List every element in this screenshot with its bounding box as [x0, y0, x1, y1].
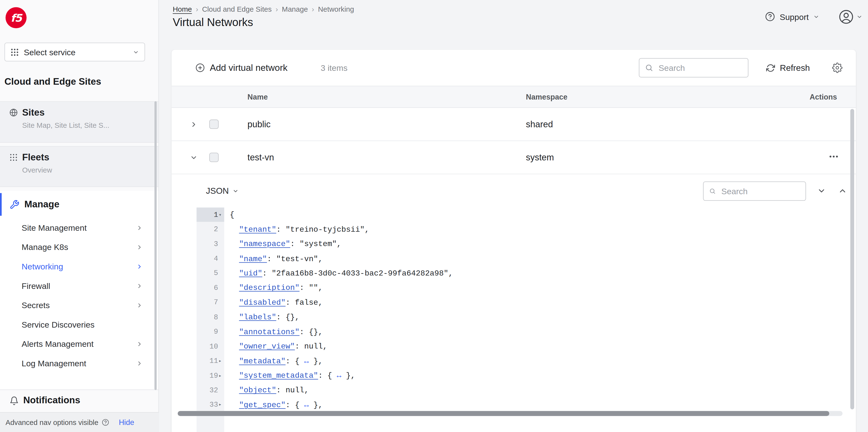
line-number: 4: [196, 252, 224, 266]
sidebar-item-notifications[interactable]: Notifications: [0, 390, 158, 411]
fleets-icon: [9, 153, 18, 162]
code-line: 7 "disabled": false,: [196, 295, 842, 310]
column-namespace[interactable]: Namespace: [526, 93, 789, 101]
hide-link[interactable]: Hide: [119, 418, 134, 426]
table-row-public[interactable]: public shared: [172, 108, 856, 141]
support-label: Support: [780, 12, 809, 22]
code-line: 33▸ "get_spec": { ↔ },: [196, 398, 842, 412]
sidebar-item-fleets[interactable]: Fleets Overview: [0, 146, 158, 187]
line-number[interactable]: 19▸: [196, 368, 224, 383]
sidebar-item-site-management[interactable]: Site Management: [0, 218, 158, 237]
expand-all-button[interactable]: [838, 187, 847, 195]
plus-circle-icon: [195, 63, 205, 72]
row-detail-panel: JSON 1▾{2 "tenant: [172, 174, 856, 432]
table-row-test-vn[interactable]: test-vn system: [172, 141, 856, 174]
code-text: "get_spec": { ↔ },: [224, 400, 323, 409]
json-viewer: 1▾{2 "tenant": "treino-tyjcbsii",3 "name…: [196, 207, 842, 432]
account-menu[interactable]: [839, 9, 863, 24]
code-text: "name": "test-vn",: [224, 254, 323, 263]
fold-closed-icon[interactable]: ▸: [219, 373, 224, 379]
json-panel-header: JSON: [172, 174, 856, 207]
sidebar-item-manage[interactable]: Manage: [0, 191, 158, 218]
cell-namespace: system: [526, 152, 789, 162]
refresh-button[interactable]: Refresh: [766, 63, 810, 73]
sidebar-item-alerts-management[interactable]: Alerts Management: [0, 334, 158, 354]
collapse-all-button[interactable]: [817, 187, 826, 195]
more-horizontal-icon: [828, 151, 839, 162]
column-actions: Actions: [810, 93, 856, 101]
chevron-right-icon: [136, 224, 143, 231]
help-circle-icon: [765, 12, 775, 22]
search-icon: [709, 187, 716, 195]
fold-open-icon[interactable]: ▾: [219, 212, 224, 218]
view-mode-label: JSON: [206, 186, 229, 196]
cell-namespace: shared: [526, 119, 789, 129]
view-mode-dropdown[interactable]: JSON: [206, 186, 239, 196]
search-input[interactable]: [658, 63, 737, 73]
fold-closed-icon[interactable]: ▸: [219, 358, 224, 364]
expand-row-button[interactable]: [190, 120, 198, 128]
line-number[interactable]: 33▸: [196, 398, 224, 412]
line-number: 8: [196, 310, 224, 325]
row-actions-button[interactable]: [828, 151, 839, 162]
cell-name: test-vn: [247, 152, 526, 162]
breadcrumb-separator: ›: [312, 5, 314, 13]
sidebar-item-networking[interactable]: Networking: [0, 257, 158, 276]
breadcrumb-home[interactable]: Home: [173, 5, 192, 13]
json-search-input[interactable]: [720, 186, 800, 196]
sidebar-item-manage-k8s[interactable]: Manage K8s: [0, 237, 158, 257]
search-icon: [645, 64, 653, 72]
chevron-down-icon: [133, 49, 139, 55]
sidebar-item-sites[interactable]: Sites Site Map, Site List, Site S...: [0, 101, 158, 143]
add-virtual-network-button[interactable]: Add virtual network: [195, 63, 287, 73]
sidebar-item-log-management[interactable]: Log Management: [0, 354, 158, 373]
apps-grid-icon: [10, 48, 19, 56]
code-line: 9 "annotations": {},: [196, 325, 842, 339]
code-text: "uid": "2faa16b8-3d0c-4033-bac2-99fa6428…: [224, 269, 453, 278]
sidebar-item-service-discoveries[interactable]: Service Discoveries: [0, 315, 158, 334]
help-circle-icon[interactable]: [101, 419, 109, 426]
code-line: 4 "name": "test-vn",: [196, 252, 842, 266]
support-menu[interactable]: Support: [765, 12, 819, 22]
notifications-label: Notifications: [23, 395, 80, 406]
code-text: "namespace": "system",: [224, 239, 341, 248]
sidebar-item-secrets[interactable]: Secrets: [0, 295, 158, 315]
virtual-networks-card: Add virtual network 3 items Refresh: [172, 50, 856, 432]
chevron-down-icon: [190, 154, 198, 161]
sites-subtitle: Site Map, Site List, Site S...: [22, 121, 110, 130]
horizontal-scrollbar[interactable]: [178, 411, 843, 416]
items-count: 3 items: [321, 63, 347, 72]
vertical-scrollbar[interactable]: [850, 109, 854, 409]
sidebar-item-firewall[interactable]: Firewall: [0, 276, 158, 295]
table-settings-button[interactable]: [832, 63, 842, 73]
chevron-down-icon: [856, 14, 862, 20]
breadcrumb-networking[interactable]: Networking: [318, 5, 354, 13]
line-number[interactable]: 1▾: [196, 207, 224, 222]
fold-closed-icon[interactable]: ▸: [219, 402, 224, 408]
manage-section: Manage Site Management Manage K8s Networ…: [0, 191, 158, 390]
line-number: 2: [196, 222, 224, 237]
service-selector-label: Select service: [24, 47, 75, 57]
horizontal-scrollbar-thumb[interactable]: [178, 411, 829, 416]
code-lines: 1▾{2 "tenant": "treino-tyjcbsii",3 "name…: [196, 207, 842, 412]
breadcrumb-separator: ›: [196, 5, 198, 13]
table-search: [639, 58, 748, 78]
row-checkbox[interactable]: [209, 153, 219, 162]
breadcrumb-manage[interactable]: Manage: [282, 5, 308, 13]
chevron-right-icon: [136, 302, 143, 308]
service-selector[interactable]: Select service: [4, 42, 145, 61]
chevron-down-icon: [813, 13, 819, 20]
line-number[interactable]: 11▸: [196, 354, 224, 368]
code-text: "description": "",: [224, 284, 323, 292]
f5-logo[interactable]: f5: [6, 7, 27, 28]
collapse-row-button[interactable]: [190, 154, 198, 161]
line-number: 10: [196, 339, 224, 354]
column-name[interactable]: Name: [247, 93, 526, 101]
row-checkbox[interactable]: [209, 120, 219, 129]
breadcrumb-cloud-and-edge-sites[interactable]: Cloud and Edge Sites: [202, 5, 272, 13]
sidebar-scrollbar[interactable]: [154, 101, 157, 390]
chevron-right-icon: [136, 340, 143, 347]
item-label: Alerts Management: [22, 339, 94, 348]
code-line: 32 "object": null,: [196, 383, 842, 397]
app-root: f5 Select service Cloud and Edge Sites S…: [0, 0, 868, 432]
